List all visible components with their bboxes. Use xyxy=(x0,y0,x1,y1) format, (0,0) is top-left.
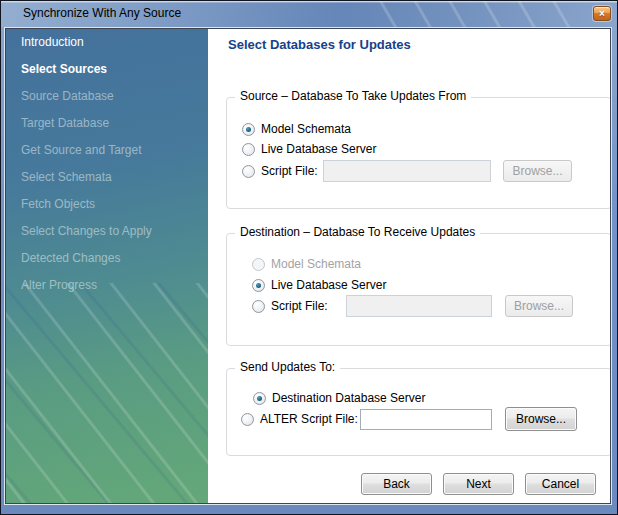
title-bar[interactable]: Synchronize With Any Source × xyxy=(1,1,617,28)
back-button[interactable]: Back xyxy=(361,473,432,495)
radio-label: Destination Database Server xyxy=(272,391,425,405)
radio-disabled-icon xyxy=(252,258,265,271)
radio-selected-icon[interactable] xyxy=(253,392,266,405)
sidebar-item-fetch-objects: Fetch Objects xyxy=(6,191,208,218)
sidebar-item-select-schemata: Select Schemata xyxy=(6,164,208,191)
sidebar-item-target-database: Target Database xyxy=(6,110,208,137)
client-area: Introduction Select Sources Source Datab… xyxy=(5,28,611,504)
radio-label: ALTER Script File: xyxy=(260,412,358,426)
radio-selected-icon[interactable] xyxy=(252,279,265,292)
source-script-file-input xyxy=(323,160,491,182)
page-title: Select Databases for Updates xyxy=(228,37,411,52)
radio-icon[interactable] xyxy=(241,413,254,426)
radio-option-send-destination-server[interactable]: Destination Database Server xyxy=(253,390,425,406)
radio-label: Script File: xyxy=(261,164,318,178)
radio-label: Script File: xyxy=(271,299,328,313)
wizard-window: Synchronize With Any Source × Introducti… xyxy=(0,0,618,515)
sidebar-item-introduction[interactable]: Introduction xyxy=(6,29,208,56)
alter-script-file-input[interactable] xyxy=(360,409,492,430)
cancel-button[interactable]: Cancel xyxy=(525,473,596,495)
wizard-content: Select Databases for Updates Source – Da… xyxy=(208,29,611,503)
window-title: Synchronize With Any Source xyxy=(23,6,181,20)
radio-icon[interactable] xyxy=(242,165,255,178)
wizard-steps-sidebar: Introduction Select Sources Source Datab… xyxy=(6,29,208,503)
radio-option-send-alter-script[interactable]: ALTER Script File: xyxy=(241,411,358,427)
radio-option-dest-model-schemata: Model Schemata xyxy=(252,256,361,272)
radio-option-dest-script-file[interactable]: Script File: xyxy=(252,298,328,314)
destination-script-file-input xyxy=(346,295,492,317)
window-frame: Introduction Select Sources Source Datab… xyxy=(1,27,617,514)
radio-option-dest-live-server[interactable]: Live Database Server xyxy=(252,277,386,293)
close-icon: × xyxy=(599,9,605,19)
sidebar-item-select-sources[interactable]: Select Sources xyxy=(6,56,208,83)
radio-label: Live Database Server xyxy=(271,278,386,292)
send-updates-group-label: Send Updates To: xyxy=(235,360,340,374)
radio-icon[interactable] xyxy=(242,143,255,156)
sidebar-item-get-source-and-target: Get Source and Target xyxy=(6,137,208,164)
sidebar-item-select-changes: Select Changes to Apply xyxy=(6,218,208,245)
radio-label: Live Database Server xyxy=(261,142,376,156)
destination-browse-button: Browse... xyxy=(505,295,573,317)
next-button[interactable]: Next xyxy=(443,473,514,495)
sidebar-item-alter-progress: Alter Progress xyxy=(6,272,208,299)
radio-option-source-live-server[interactable]: Live Database Server xyxy=(242,141,376,157)
radio-label: Model Schemata xyxy=(261,122,351,136)
radio-selected-icon[interactable] xyxy=(242,123,255,136)
sidebar-item-detected-changes: Detected Changes xyxy=(6,245,208,272)
source-browse-button: Browse... xyxy=(503,160,572,182)
radio-icon[interactable] xyxy=(252,300,265,313)
alter-browse-button[interactable]: Browse... xyxy=(505,407,577,431)
radio-option-source-script-file[interactable]: Script File: xyxy=(242,163,318,179)
destination-group-label: Destination – Database To Receive Update… xyxy=(235,225,480,239)
source-group-label: Source – Database To Take Updates From xyxy=(235,89,471,103)
radio-option-source-model-schemata[interactable]: Model Schemata xyxy=(242,121,351,137)
radio-label: Model Schemata xyxy=(271,257,361,271)
close-button[interactable]: × xyxy=(593,6,611,21)
sidebar-item-source-database: Source Database xyxy=(6,83,208,110)
